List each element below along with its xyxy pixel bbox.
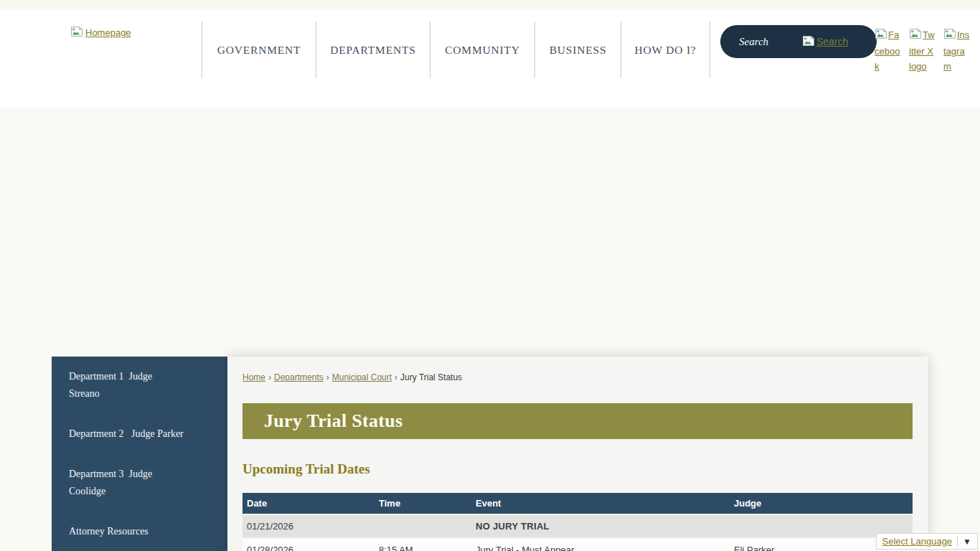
nav-item-community[interactable]: COMMUNITY bbox=[430, 22, 534, 78]
nav-item-business[interactable]: BUSINESS bbox=[534, 22, 621, 78]
sidebar-item-attorney-resources[interactable]: Attorney Resources bbox=[52, 512, 227, 551]
section-heading: Upcoming Trial Dates bbox=[242, 461, 913, 477]
page-title-banner: Jury Trial Status bbox=[242, 403, 913, 439]
cell-time bbox=[374, 514, 471, 537]
sidebar-item-department-2[interactable]: Department 2 Judge Parker bbox=[52, 414, 227, 454]
table-header-row: Date Time Event Judge bbox=[242, 493, 913, 514]
broken-image-icon bbox=[70, 26, 84, 39]
column-header-time: Time bbox=[374, 493, 471, 514]
table-row: 01/21/2026 NO JURY TRIAL bbox=[242, 514, 913, 537]
cell-date: 01/28/2026 bbox=[242, 537, 374, 551]
twitter-x-link[interactable]: Twitter X logo bbox=[909, 27, 936, 74]
language-dropdown-arrow-icon[interactable]: ▼ bbox=[957, 537, 971, 547]
homepage-link-label: Homepage bbox=[85, 27, 131, 38]
search-bar: Search bbox=[720, 25, 877, 58]
breadcrumb-departments[interactable]: Departments bbox=[274, 372, 324, 382]
breadcrumb-home[interactable]: Home bbox=[242, 372, 265, 382]
breadcrumb: Home›Departments›Municipal Court›Jury Tr… bbox=[242, 372, 913, 382]
cell-date: 01/21/2026 bbox=[242, 514, 374, 537]
broken-image-icon bbox=[802, 35, 816, 49]
social-links: Facebook Twitter X logo Instag bbox=[875, 27, 971, 74]
column-header-judge: Judge bbox=[730, 493, 913, 514]
select-language-link[interactable]: Select Language bbox=[882, 536, 953, 547]
column-header-event: Event bbox=[471, 493, 730, 514]
homepage-link[interactable]: Homepage bbox=[70, 26, 131, 39]
nav-item-how-do-i[interactable]: HOW DO I? bbox=[621, 22, 710, 78]
search-button[interactable]: Search bbox=[802, 35, 848, 49]
nav-item-departments[interactable]: DEPARTMENTS bbox=[316, 22, 430, 78]
sidebar-item-department-1[interactable]: Department 1 Judge Streano bbox=[52, 357, 227, 414]
instagram-link[interactable]: Instagram bbox=[943, 27, 971, 74]
nav-item-government[interactable]: GOVERNMENT bbox=[202, 22, 316, 78]
cell-event: Jury Trial - Must Appear bbox=[471, 537, 730, 551]
breadcrumb-current: Jury Trial Status bbox=[400, 372, 462, 382]
twitter-x-icon bbox=[909, 28, 923, 44]
page-title: Jury Trial Status bbox=[242, 410, 402, 432]
breadcrumb-separator: › bbox=[326, 372, 329, 382]
cell-time: 8:15 AM bbox=[374, 537, 471, 551]
cell-event: NO JURY TRIAL bbox=[471, 514, 730, 537]
breadcrumb-separator: › bbox=[268, 372, 271, 382]
content-panel: Home›Departments›Municipal Court›Jury Tr… bbox=[227, 357, 928, 551]
main-nav: GOVERNMENT DEPARTMENTS COMMUNITY BUSINES… bbox=[202, 22, 710, 78]
instagram-icon bbox=[943, 28, 957, 44]
search-button-label: Search bbox=[816, 36, 848, 47]
sidebar: Department 1 Judge Streano Department 2 … bbox=[52, 357, 227, 551]
facebook-icon bbox=[875, 28, 888, 44]
table-row: 01/28/2026 8:15 AM Jury Trial - Must App… bbox=[242, 537, 913, 551]
top-strip bbox=[0, 0, 980, 10]
site-header: Homepage GOVERNMENT DEPARTMENTS COMMUNIT… bbox=[0, 10, 980, 108]
column-header-date: Date bbox=[242, 493, 374, 514]
breadcrumb-municipal-court[interactable]: Municipal Court bbox=[332, 372, 392, 382]
trial-dates-table: Date Time Event Judge 01/21/2026 NO JURY… bbox=[242, 493, 913, 551]
language-selector: Select Language ▼ bbox=[876, 533, 978, 550]
facebook-link[interactable]: Facebook bbox=[875, 27, 902, 74]
breadcrumb-separator: › bbox=[395, 372, 397, 382]
search-input[interactable] bbox=[720, 36, 799, 48]
sidebar-item-department-3[interactable]: Department 3 Judge Coolidge bbox=[52, 454, 227, 512]
